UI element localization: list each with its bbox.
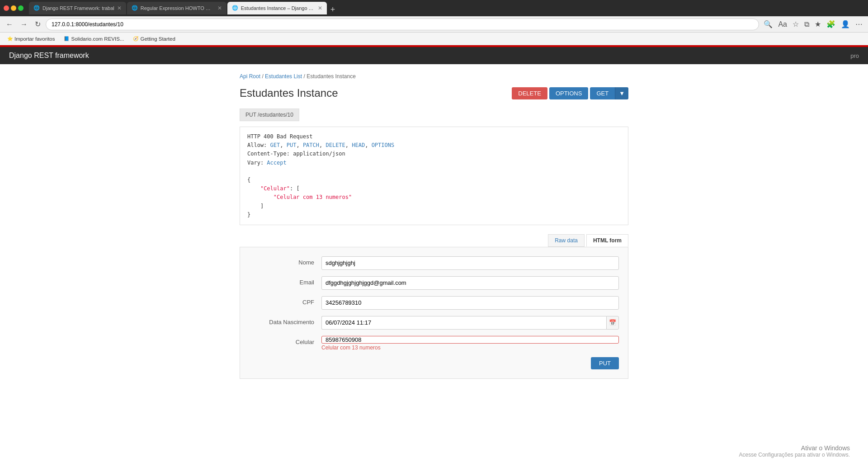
back-button[interactable]: ← [4, 19, 15, 29]
cpf-label: CPF [249, 296, 321, 306]
bookmark-icon[interactable]: ☆ [791, 19, 801, 29]
bookmark-label-solidario: Solidario.com REVIS... [71, 36, 124, 42]
tab-title-2: Regular Expression HOWTO — P… [141, 5, 215, 11]
tab-favicon-2: 🌐 [132, 5, 138, 11]
response-status: HTTP 400 Bad Request [247, 132, 621, 141]
calendar-button[interactable]: 📅 [606, 316, 619, 330]
breadcrumb-current: Estudantes Instance [307, 73, 356, 80]
content-type-value: application/json [293, 151, 345, 157]
bookmark-label-getting-started: Getting Started [140, 36, 175, 42]
get-caret-button[interactable]: ▼ [615, 87, 628, 99]
method-head: HEAD [352, 142, 365, 148]
search-icon[interactable]: 🔍 [762, 19, 774, 29]
content-type-label: Content-Type: [247, 151, 290, 157]
action-buttons: DELETE OPTIONS GET ▼ [512, 87, 628, 99]
data-nascimento-label: Data Nascimento [249, 316, 321, 325]
bookmark-icon-solidario: 📘 [64, 36, 69, 41]
breadcrumb-estudantes-list[interactable]: Estudantes List [265, 73, 302, 80]
tab-groups-icon[interactable]: ⧉ [802, 19, 811, 29]
response-content-type: Content-Type: application/json [247, 150, 621, 158]
bookmark-solidario[interactable]: 📘 Solidario.com REVIS... [60, 35, 127, 42]
tab-close-3[interactable]: ✕ [318, 5, 322, 11]
form-row-cpf: CPF [249, 296, 619, 310]
email-input[interactable] [321, 276, 619, 290]
breadcrumb-api-root[interactable]: Api Root [240, 73, 260, 80]
bookmark-getting-started[interactable]: 🧭 Getting Started [129, 35, 179, 42]
put-button[interactable]: PUT [591, 357, 619, 369]
new-tab-button[interactable]: + [328, 5, 338, 14]
tab-2[interactable]: 🌐 Regular Expression HOWTO — P… ✕ [127, 2, 226, 14]
view-tabs: Raw data HTML form [240, 234, 628, 247]
open-brace: { [247, 177, 250, 183]
vary-label: Vary: [247, 160, 264, 166]
response-vary: Vary: Accept [247, 159, 621, 167]
form-actions: PUT [249, 357, 619, 369]
method-delete: DELETE [326, 142, 345, 148]
tab-title-1: Django REST Framework: trabal [42, 5, 114, 11]
window-restore-btn[interactable] [18, 5, 24, 11]
date-input-wrap: 📅 [321, 316, 619, 330]
response-json: { "Celular": [ "Celular com 13 numeros" … [247, 176, 621, 219]
form-row-data-nascimento: Data Nascimento 📅 [249, 316, 619, 330]
page-title: Estudantes Instance [240, 87, 338, 99]
address-bar[interactable] [46, 19, 759, 30]
get-button[interactable]: GET [590, 87, 615, 99]
method-put: PUT [287, 142, 297, 148]
celular-input[interactable] [321, 336, 619, 344]
drf-user: pro [850, 52, 859, 59]
tab-close-1[interactable]: ✕ [117, 5, 122, 11]
get-button-group: GET ▼ [590, 87, 628, 99]
drf-header: Django REST framework pro [0, 47, 868, 64]
tab-title-3: Estudantes Instance – Django RE [241, 5, 315, 11]
bookmark-import[interactable]: ⭐ Importar favoritos [4, 35, 58, 42]
form-row-celular: Celular Celular com 13 numeros [249, 336, 619, 351]
html-form-container: Nome Email CPF Data Nascimento 📅 [240, 247, 628, 379]
tabs-row: 🌐 Django REST Framework: trabal ✕ 🌐 Regu… [29, 2, 864, 14]
response-box: HTTP 400 Bad Request Allow: GET, PUT, PA… [240, 127, 628, 225]
method-patch: PATCH [303, 142, 319, 148]
bookmark-icon-import: ⭐ [7, 36, 13, 41]
form-row-email: Email [249, 276, 619, 290]
allow-label: Allow: [247, 142, 267, 148]
celular-error: Celular com 13 numeros [321, 344, 619, 351]
form-row-nome: Nome [249, 256, 619, 270]
delete-button[interactable]: DELETE [512, 87, 547, 99]
more-icon[interactable]: ⋯ [854, 19, 864, 29]
favorites-icon[interactable]: ★ [813, 19, 823, 29]
tab-close-2[interactable]: ✕ [217, 5, 222, 11]
data-nascimento-input[interactable] [321, 316, 606, 330]
nome-label: Nome [249, 256, 321, 266]
reader-icon[interactable]: Aa [776, 19, 789, 29]
tab-3[interactable]: 🌐 Estudantes Instance – Django RE ✕ [227, 2, 327, 14]
bookmark-label-import: Importar favoritos [14, 36, 55, 42]
vary-value: Accept [267, 160, 286, 166]
tab-favicon-1: 🌐 [33, 5, 40, 11]
extensions-icon[interactable]: 🧩 [825, 19, 837, 29]
celular-label: Celular [249, 336, 321, 345]
account-icon[interactable]: 👤 [839, 19, 852, 29]
json-value-celular: "Celular com 13 numeros" [274, 194, 352, 200]
response-allow: Allow: GET, PUT, PATCH, DELETE, HEAD, OP… [247, 141, 621, 150]
nome-input[interactable] [321, 256, 619, 270]
put-label: PUT /estudantes/10 [240, 108, 299, 121]
tab-raw-data[interactable]: Raw data [548, 234, 585, 247]
forward-button[interactable]: → [18, 19, 30, 29]
tab-1[interactable]: 🌐 Django REST Framework: trabal ✕ [29, 2, 126, 14]
method-options: OPTIONS [372, 142, 395, 148]
json-key-celular: "Celular" [260, 185, 290, 192]
window-close-btn[interactable] [4, 5, 9, 11]
tab-favicon-3: 🌐 [232, 5, 238, 11]
options-button[interactable]: OPTIONS [549, 87, 589, 99]
method-get: GET [270, 142, 280, 148]
cpf-input[interactable] [321, 296, 619, 310]
bookmark-icon-getting-started: 🧭 [133, 36, 138, 41]
allow-value: GET, PUT, PATCH, DELETE, HEAD, OPTIONS [270, 142, 395, 148]
celular-field-wrap: Celular com 13 numeros [321, 336, 619, 351]
reload-button[interactable]: ↻ [33, 19, 43, 29]
email-label: Email [249, 276, 321, 286]
breadcrumb: Api Root / Estudantes List / Estudantes … [240, 73, 628, 80]
drf-title: Django REST framework [9, 52, 89, 60]
tab-html-form[interactable]: HTML form [586, 234, 628, 247]
page-header: Estudantes Instance DELETE OPTIONS GET ▼ [240, 87, 628, 99]
window-minimize-btn[interactable] [11, 5, 16, 11]
